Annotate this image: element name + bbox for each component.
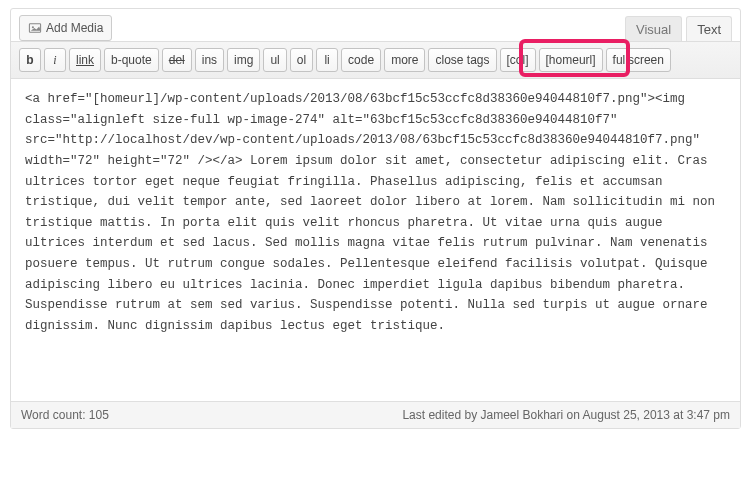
del-button[interactable]: del	[162, 48, 192, 72]
last-edited-on: on	[563, 408, 582, 422]
last-edited-prefix: Last edited by	[402, 408, 480, 422]
ol-button[interactable]: ol	[290, 48, 313, 72]
add-media-button[interactable]: Add Media	[19, 15, 112, 41]
link-button[interactable]: link	[69, 48, 101, 72]
homeurl-button[interactable]: [homeurl]	[539, 48, 603, 72]
editor-toolbar: b i link b-quote del ins img ul ol li co…	[11, 41, 740, 79]
media-icon	[28, 21, 42, 35]
li-button[interactable]: li	[316, 48, 338, 72]
wp-editor: Add Media Visual Text b i link b-quote d…	[10, 8, 741, 429]
tab-text[interactable]: Text	[686, 16, 732, 42]
img-button[interactable]: img	[227, 48, 260, 72]
add-media-label: Add Media	[46, 21, 103, 35]
editor-textarea[interactable]: <a href="[homeurl]/wp-content/uploads/20…	[11, 79, 740, 401]
bold-button[interactable]: b	[19, 48, 41, 72]
word-count-label: Word count:	[21, 408, 89, 422]
editor-tabs: Visual Text	[621, 15, 732, 41]
editor-top-bar: Add Media Visual Text	[11, 9, 740, 41]
last-edited-author: Jameel Bokhari	[480, 408, 563, 422]
svg-point-1	[32, 26, 34, 28]
fullscreen-button[interactable]: fullscreen	[606, 48, 671, 72]
ins-button[interactable]: ins	[195, 48, 224, 72]
editor-status-bar: Word count: 105 Last edited by Jameel Bo…	[11, 401, 740, 428]
ul-button[interactable]: ul	[263, 48, 286, 72]
more-button[interactable]: more	[384, 48, 425, 72]
word-count-value: 105	[89, 408, 109, 422]
tab-visual[interactable]: Visual	[625, 16, 682, 42]
last-edited: Last edited by Jameel Bokhari on August …	[402, 408, 730, 422]
code-button[interactable]: code	[341, 48, 381, 72]
close-tags-button[interactable]: close tags	[428, 48, 496, 72]
col-button[interactable]: [col]	[500, 48, 536, 72]
italic-button[interactable]: i	[44, 48, 66, 72]
bquote-button[interactable]: b-quote	[104, 48, 159, 72]
last-edited-datetime: August 25, 2013 at 3:47 pm	[583, 408, 730, 422]
editor-content: <a href="[homeurl]/wp-content/uploads/20…	[25, 89, 726, 337]
word-count: Word count: 105	[21, 408, 109, 422]
